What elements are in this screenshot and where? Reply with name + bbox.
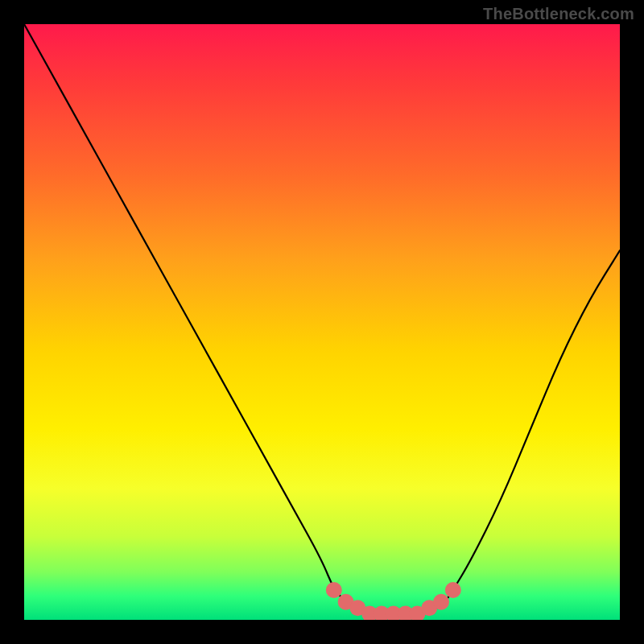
bottleneck-curve: [24, 24, 620, 614]
marker-dot: [433, 594, 449, 610]
plot-area: [24, 24, 620, 620]
curve-layer: [24, 24, 620, 620]
marker-dot: [361, 606, 378, 620]
marker-dot: [386, 606, 402, 620]
marker-dot: [326, 582, 342, 598]
marker-dot: [409, 606, 425, 620]
marker-dot: [445, 582, 461, 598]
watermark-text: TheBottleneck.com: [483, 5, 634, 23]
chart-frame: TheBottleneck.com: [0, 0, 644, 644]
marker-group: [326, 582, 461, 620]
marker-dot: [374, 606, 390, 620]
marker-dot: [338, 594, 354, 610]
marker-dot: [421, 600, 437, 616]
marker-dot: [398, 606, 414, 620]
marker-dot: [349, 600, 365, 616]
